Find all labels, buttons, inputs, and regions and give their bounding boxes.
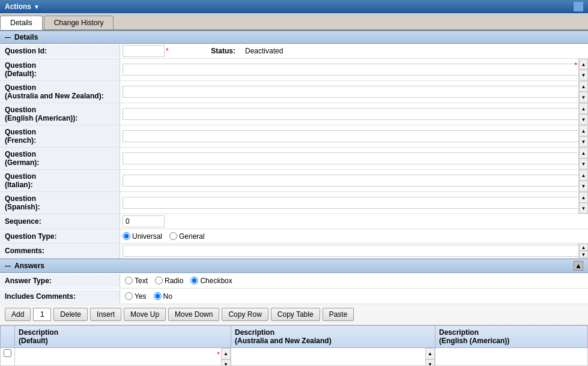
- radio-no-input[interactable]: [154, 292, 162, 300]
- scroll-down-anz[interactable]: ▼: [579, 92, 588, 103]
- comments-input[interactable]: [123, 245, 586, 257]
- cell-scroll-up-anz[interactable]: ▲: [425, 348, 435, 359]
- delete-button[interactable]: Delete: [53, 308, 88, 321]
- cell-scroll-up-default[interactable]: ▲: [221, 348, 231, 359]
- radio-radio-label: Radio: [165, 277, 183, 285]
- scroll-up[interactable]: ▲: [579, 59, 588, 70]
- question-en-input[interactable]: [123, 108, 586, 120]
- scroll-down-fr[interactable]: ▼: [579, 136, 588, 147]
- question-it-row: Question(Italian): ▲ ▼: [0, 170, 588, 192]
- row-desc-anz-input[interactable]: [234, 349, 423, 365]
- add-button[interactable]: Add: [5, 308, 31, 321]
- comments-scroll: ▲ ▼: [578, 244, 588, 258]
- scroll-down-comments[interactable]: ▼: [579, 251, 588, 258]
- answers-collapse-icon[interactable]: —: [5, 263, 11, 269]
- dropdown-icon[interactable]: ▼: [34, 4, 40, 10]
- question-type-value: Universal General: [120, 229, 588, 243]
- answer-type-label: Answer Type:: [0, 274, 120, 287]
- question-es-input[interactable]: [123, 197, 586, 209]
- required-star: *: [166, 47, 169, 55]
- scroll-down-it[interactable]: ▼: [579, 181, 588, 191]
- question-anz-label: Question(Australia and New Zealand):: [0, 81, 120, 103]
- scroll-up-comments[interactable]: ▲: [579, 244, 588, 251]
- question-type-radio-group: Universal General: [123, 232, 205, 241]
- paste-button[interactable]: Paste: [323, 308, 354, 321]
- question-fr-input[interactable]: [123, 130, 586, 142]
- comments-value: ▲ ▼: [120, 244, 588, 258]
- row-desc-en-input[interactable]: [438, 349, 585, 365]
- table-header-checkbox: [1, 326, 15, 348]
- question-default-label: Question(Default):: [0, 59, 120, 80]
- question-default-scroll: ▲ ▼: [578, 59, 588, 80]
- question-id-label: Question Id:: [0, 44, 120, 58]
- includes-comments-radio-group: Yes No: [125, 292, 172, 301]
- collapse-icon[interactable]: —: [5, 34, 11, 41]
- question-default-value: ▲ ▼ *: [120, 59, 588, 80]
- row-checkbox[interactable]: [4, 349, 11, 357]
- radio-general-input[interactable]: [169, 232, 177, 240]
- cell-scroll-down-anz[interactable]: ▼: [425, 359, 435, 366]
- tab-change-history[interactable]: Change History: [44, 16, 114, 29]
- scroll-down-en[interactable]: ▼: [579, 114, 588, 125]
- scroll-up-it[interactable]: ▲: [579, 170, 588, 181]
- sequence-label: Sequence:: [0, 214, 120, 229]
- question-fr-label: Question(French):: [0, 125, 120, 147]
- scroll-up-en[interactable]: ▲: [579, 103, 588, 114]
- scroll-down[interactable]: ▼: [579, 70, 588, 80]
- question-es-value: ▲ ▼: [120, 192, 588, 214]
- move-up-button[interactable]: Move Up: [124, 308, 166, 321]
- radio-checkbox-label: Checkbox: [200, 277, 232, 285]
- scroll-up-anz[interactable]: ▲: [579, 81, 588, 92]
- table-header-desc-anz: Description(Australia and New Zealand): [231, 326, 435, 348]
- radio-radio: Radio: [155, 277, 183, 285]
- scroll-down-de[interactable]: ▼: [579, 158, 588, 169]
- cell-scroll-anz: ▲ ▼: [425, 348, 435, 365]
- number-input[interactable]: [33, 308, 51, 321]
- question-de-label: Question(German):: [0, 148, 120, 169]
- row-desc-default-cell: * ▲ ▼: [15, 348, 231, 366]
- main-wrapper: — Details Question Id: * Status: Deactiv…: [0, 31, 588, 365]
- copy-row-button[interactable]: Copy Row: [222, 308, 268, 321]
- question-en-scroll: ▲ ▼: [578, 103, 588, 125]
- radio-checkbox-input[interactable]: [190, 277, 198, 284]
- radio-general-label: General: [179, 232, 205, 241]
- radio-text-label: Text: [135, 277, 148, 285]
- scroll-up-es[interactable]: ▲: [579, 192, 588, 203]
- scroll-up-de[interactable]: ▲: [579, 148, 588, 158]
- radio-yes: Yes: [125, 292, 147, 301]
- answers-table: Description(Default) Description(Austral…: [0, 325, 588, 365]
- radio-text: Text: [125, 277, 148, 285]
- radio-universal-input[interactable]: [123, 232, 130, 240]
- question-anz-value: ▲ ▼: [120, 81, 588, 103]
- sequence-value: [120, 214, 588, 229]
- row-desc-en-cell: [435, 348, 588, 366]
- scroll-down-es[interactable]: ▼: [579, 203, 588, 214]
- copy-table-button[interactable]: Copy Table: [271, 308, 320, 321]
- radio-yes-label: Yes: [135, 292, 147, 301]
- tab-details[interactable]: Details: [0, 16, 43, 30]
- sequence-input[interactable]: [123, 215, 165, 227]
- question-anz-input[interactable]: [123, 86, 586, 98]
- cell-scroll-down-default[interactable]: ▼: [221, 359, 231, 366]
- question-id-input[interactable]: [123, 45, 165, 57]
- radio-no-label: No: [163, 292, 172, 301]
- status-label: Status:: [192, 47, 240, 55]
- question-it-value: ▲ ▼: [120, 170, 588, 191]
- includes-comments-row: Includes Comments: Yes No: [0, 289, 588, 304]
- question-type-row: Question Type: Universal General: [0, 229, 588, 244]
- question-de-input[interactable]: [123, 152, 586, 164]
- question-default-input[interactable]: [123, 64, 586, 76]
- answers-section-scroll[interactable]: ▲: [574, 261, 583, 271]
- radio-text-input[interactable]: [125, 277, 133, 284]
- question-es-label: Question(Spanish):: [0, 192, 120, 214]
- move-down-button[interactable]: Move Down: [168, 308, 219, 321]
- row-desc-default-input[interactable]: [17, 349, 219, 365]
- question-fr-value: ▲ ▼: [120, 125, 588, 147]
- radio-checkbox: Checkbox: [190, 277, 232, 285]
- scroll-up-fr[interactable]: ▲: [579, 125, 588, 136]
- radio-radio-input[interactable]: [155, 277, 163, 284]
- question-fr-row: Question(French): ▲ ▼: [0, 125, 588, 148]
- radio-yes-input[interactable]: [125, 292, 133, 300]
- insert-button[interactable]: Insert: [90, 308, 121, 321]
- question-it-input[interactable]: [123, 175, 586, 187]
